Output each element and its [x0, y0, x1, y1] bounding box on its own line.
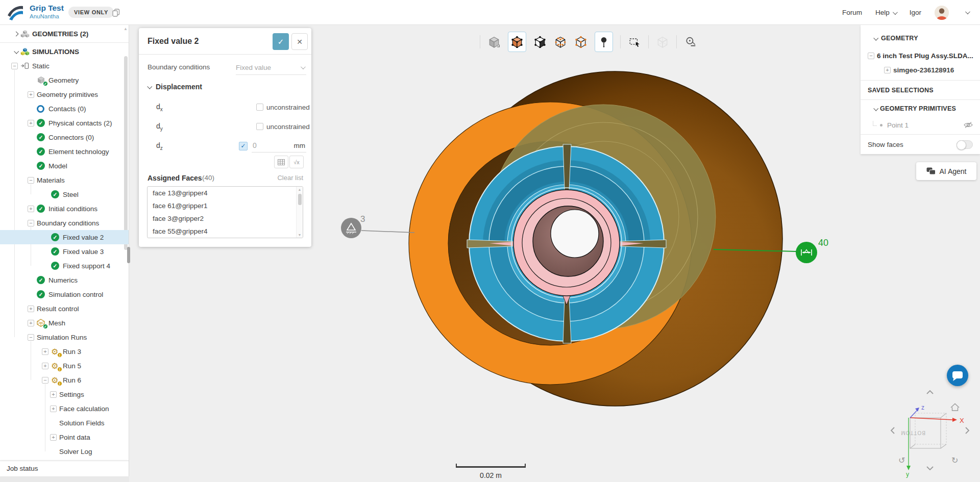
tree-item-geometry[interactable]: ✓Geometry	[0, 73, 129, 87]
tree-item-boundary-conditions[interactable]: −Boundary conditions	[0, 216, 129, 230]
avatar[interactable]	[935, 6, 949, 20]
model-assembly[interactable]	[409, 71, 782, 406]
tree-expander[interactable]: +	[28, 306, 34, 312]
tree-expander[interactable]: +	[884, 67, 891, 73]
tree-expander[interactable]: −	[28, 334, 34, 341]
dx-checkbox[interactable]	[256, 104, 263, 111]
scrollbar-thumb[interactable]	[298, 194, 302, 205]
tree-item-solution-fields[interactable]: Solution Fields	[0, 416, 129, 430]
tree-expander[interactable]: +	[28, 320, 34, 326]
boundary-condition-type-select[interactable]: Fixed value	[236, 61, 306, 75]
tree-expander[interactable]: +	[42, 363, 48, 369]
table-input-button[interactable]	[274, 156, 288, 168]
tool-pick-point[interactable]	[595, 32, 613, 52]
tree-item-mesh[interactable]: +✓Mesh	[0, 316, 129, 330]
nav-down-chevron-icon[interactable]	[927, 467, 933, 470]
tree-expander[interactable]: −	[11, 63, 18, 69]
navigation-cube[interactable]: ↺ ↻ BOTTOM X z y	[883, 385, 980, 482]
nav-home-icon[interactable]	[951, 404, 959, 411]
geometry-primitives-header[interactable]: GEOMETRY PRIMITIVES	[861, 102, 980, 116]
job-status-bar[interactable]: Job status	[0, 461, 129, 476]
tree-item-face-calculation[interactable]: +Face calculation	[0, 401, 129, 416]
tree-item-steel[interactable]: ✓Steel	[0, 187, 129, 201]
tree-item-simulation-control[interactable]: ✓Simulation control	[0, 287, 129, 301]
faces-list-scrollbar[interactable]: ▲ ▼	[296, 187, 303, 238]
tree-expander[interactable]: +	[50, 434, 57, 441]
tree-item-fixed-support-4[interactable]: ✓Fixed support 4	[0, 259, 129, 273]
assigned-face-item[interactable]: face 3@gripper2	[148, 212, 303, 225]
close-button[interactable]: ✕	[291, 33, 308, 50]
geometry-child-item[interactable]: + simgeo-236128916	[861, 63, 980, 77]
primitive-point-item[interactable]: Point 1	[861, 118, 980, 132]
nav-left-chevron-icon[interactable]	[891, 427, 894, 434]
displacement-section-toggle[interactable]: Displacement	[139, 80, 311, 93]
tree-item-fixed-value-2[interactable]: ✓Fixed value 2	[0, 230, 129, 244]
sidebar-resize-handle[interactable]	[127, 247, 130, 263]
tree-item-fixed-value-3[interactable]: ✓Fixed value 3	[0, 244, 129, 259]
tree-item-geometry-primitives[interactable]: +Geometry primitives	[0, 87, 129, 102]
nav-right-chevron-icon[interactable]	[966, 427, 969, 434]
tree-item-run-3[interactable]: +⚙!Run 3	[0, 344, 129, 359]
dz-value-field[interactable]: 0 mm	[252, 139, 306, 153]
forum-link[interactable]: Forum	[842, 9, 862, 16]
tool-select-volumes[interactable]	[508, 32, 526, 52]
tree-item-model[interactable]: ✓Model	[0, 159, 129, 173]
project-title-block[interactable]: Grip Test AnuNantha	[30, 4, 64, 20]
tree-item-initial-conditions[interactable]: +✓Initial conditions	[0, 201, 129, 216]
assigned-face-item[interactable]: face 55@gripper4	[148, 225, 303, 238]
tool-select-edges[interactable]	[554, 35, 567, 48]
tree-expander[interactable]: −	[868, 53, 874, 59]
tree-expander[interactable]: −	[28, 220, 34, 226]
tree-item-physical-contacts-2[interactable]: +✓Physical contacts (2)	[0, 116, 129, 130]
through-hole[interactable]	[551, 210, 599, 258]
account-chevron-down-icon[interactable]	[965, 9, 970, 14]
tree-item-connectors-0[interactable]: ✓Connectors (0)	[0, 130, 129, 144]
chevron-right-icon[interactable]	[11, 32, 20, 36]
tree-expander[interactable]: +	[50, 405, 57, 412]
tree-item-result-control[interactable]: +Result control	[0, 301, 129, 316]
tree-expander[interactable]: −	[42, 377, 48, 384]
tree-expander[interactable]: −	[28, 177, 34, 184]
assigned-face-item[interactable]: face 13@gripper4	[148, 187, 303, 199]
support-chat-button[interactable]	[947, 365, 968, 386]
show-faces-toggle[interactable]	[957, 140, 973, 149]
scroll-down-icon[interactable]: ▼	[297, 233, 303, 237]
copy-project-icon[interactable]	[112, 8, 120, 17]
formula-input-button[interactable]: √x	[289, 156, 304, 168]
geometry-root-item[interactable]: − 6 inch Test Plug Assy.SLDA...	[861, 48, 980, 63]
tree-item-simulation-runs[interactable]: −Simulation Runs	[0, 330, 129, 344]
assigned-face-item[interactable]: face 61@gripper1	[148, 199, 303, 212]
saved-selections-header[interactable]: SAVED SELECTIONS	[861, 83, 980, 97]
tool-render-mode[interactable]	[487, 35, 501, 48]
tree-expander[interactable]: +	[28, 206, 34, 212]
rotate-cw-icon[interactable]: ↻	[951, 456, 958, 465]
clear-list-link[interactable]: Clear list	[277, 174, 303, 182]
tool-select-faces[interactable]	[533, 35, 547, 48]
geometry-section-header[interactable]: GEOMETRY	[861, 31, 980, 45]
tree-item-materials[interactable]: −Materials	[0, 173, 129, 187]
fixed-value-annotation[interactable]	[796, 242, 817, 263]
tree-expander[interactable]: +	[42, 348, 48, 355]
help-menu[interactable]: Help	[875, 9, 896, 16]
tree-item-numerics[interactable]: ✓Numerics	[0, 273, 129, 287]
dz-checkbox-checked[interactable]: ✓	[239, 142, 248, 150]
tree-item-point-data[interactable]: +Point data	[0, 430, 129, 444]
scroll-up-icon[interactable]: ▲	[297, 188, 303, 191]
ai-agent-button[interactable]: AI Agent	[916, 162, 976, 180]
apply-button[interactable]: ✓	[273, 33, 289, 50]
tree-item-static[interactable]: −Static	[0, 59, 129, 73]
tree-expander[interactable]: +	[50, 391, 57, 398]
fixed-support-annotation[interactable]	[341, 218, 361, 238]
visibility-eye-off-icon[interactable]	[964, 121, 973, 131]
tool-select-vertices[interactable]	[574, 35, 587, 48]
nav-up-chevron-icon[interactable]	[927, 391, 933, 394]
tree-item-solver-log[interactable]: Solver Log	[0, 444, 129, 459]
tree-item-geometries-2[interactable]: GEOMETRIES (2)	[0, 26, 129, 41]
tree-item-run-6[interactable]: −⚙!Run 6	[0, 373, 129, 387]
dy-checkbox[interactable]	[256, 123, 263, 130]
tree-item-run-5[interactable]: +⚙!Run 5	[0, 359, 129, 373]
tool-measure[interactable]	[684, 35, 697, 48]
tree-expander[interactable]: +	[28, 91, 34, 98]
tree-item-contacts-0[interactable]: Contacts (0)	[0, 102, 129, 116]
tree-item-element-technology[interactable]: ✓Element technology	[0, 144, 129, 159]
